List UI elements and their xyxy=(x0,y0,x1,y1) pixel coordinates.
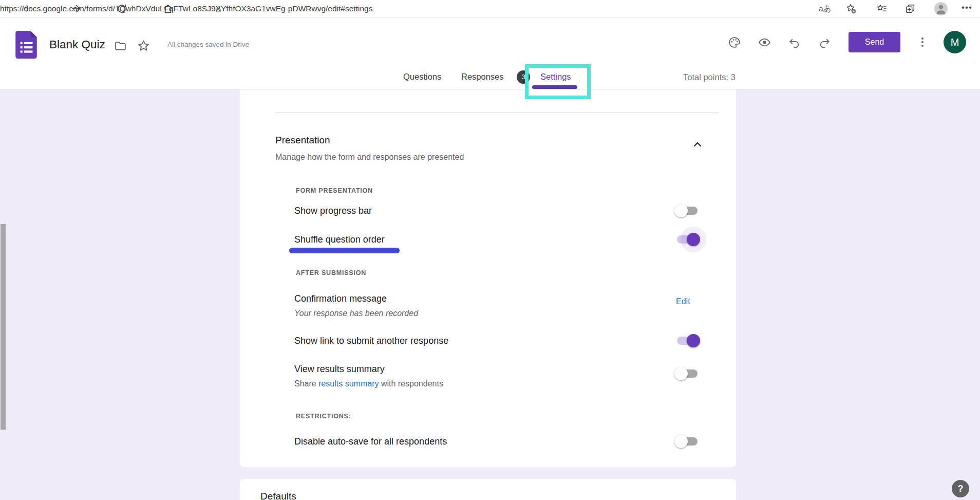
toggle-knob xyxy=(674,435,688,448)
share-suffix: with respondents xyxy=(379,379,443,388)
tab-questions[interactable]: Questions xyxy=(403,72,441,82)
collapse-chevron-up-icon[interactable] xyxy=(691,138,704,151)
annotation-underline xyxy=(289,248,400,253)
tab-responses[interactable]: Responses xyxy=(461,72,504,82)
favorites-bar-icon[interactable] xyxy=(876,3,888,14)
disable-autosave-label: Disable auto-save for all respondents xyxy=(294,436,447,447)
translate-icon[interactable]: aあ xyxy=(819,4,831,14)
edit-confirmation-link[interactable]: Edit xyxy=(676,297,690,306)
forms-header: Blank Quiz All changes saved in Drive Se… xyxy=(0,17,980,61)
presentation-title: Presentation xyxy=(275,134,330,147)
account-avatar[interactable]: M xyxy=(944,31,966,53)
presentation-subtitle: Manage how the form and responses are pr… xyxy=(275,152,464,162)
confirmation-message-value: Your response has been recorded xyxy=(294,308,418,319)
toggle-knob xyxy=(674,367,688,380)
section-divider xyxy=(275,112,718,113)
google-forms-logo-icon[interactable] xyxy=(15,31,37,59)
customize-theme-palette-icon[interactable] xyxy=(728,36,741,49)
address-bar[interactable]: https://docs.google.com/forms/d/1QwhDxVd… xyxy=(0,4,372,13)
results-summary-link[interactable]: results summary xyxy=(318,379,379,388)
view-results-summary-toggle[interactable] xyxy=(675,368,699,379)
shuffle-question-order-toggle[interactable] xyxy=(675,234,699,245)
form-presentation-heading: FORM PRESENTATION xyxy=(296,187,373,194)
defaults-title: Defaults xyxy=(260,490,296,500)
tab-bar: Questions Responses 3 Settings Total poi… xyxy=(0,61,980,89)
help-button[interactable]: ? xyxy=(952,480,969,497)
confirmation-message-label: Confirmation message xyxy=(294,293,387,304)
presentation-card: Presentation Manage how the form and res… xyxy=(240,89,736,467)
preview-eye-icon[interactable] xyxy=(758,36,771,49)
add-favorite-icon[interactable] xyxy=(845,3,857,14)
collections-icon[interactable] xyxy=(904,3,916,14)
toggle-knob xyxy=(674,204,688,217)
disable-autosave-toggle[interactable] xyxy=(675,436,699,447)
redo-icon[interactable] xyxy=(818,36,831,49)
show-progress-bar-toggle[interactable] xyxy=(675,206,699,216)
restrictions-heading: RESTRICTIONS: xyxy=(296,413,351,420)
tab-settings[interactable]: Settings xyxy=(540,72,571,82)
active-tab-indicator xyxy=(532,85,577,89)
share-prefix: Share xyxy=(294,379,318,388)
screen: https://docs.google.com/forms/d/1QwhDxVd… xyxy=(0,0,980,500)
document-title[interactable]: Blank Quiz xyxy=(49,38,105,51)
move-folder-icon[interactable] xyxy=(114,40,127,52)
show-link-label: Show link to submit another response xyxy=(294,335,448,346)
toggle-knob xyxy=(687,233,700,246)
undo-icon[interactable] xyxy=(788,36,801,49)
responses-count-badge: 3 xyxy=(517,70,530,84)
person-icon xyxy=(934,2,948,15)
save-status[interactable]: All changes saved in Drive xyxy=(167,41,249,48)
browser-menu-icon[interactable]: ••• xyxy=(962,3,972,13)
toggle-knob xyxy=(687,334,700,347)
scrollbar-thumb[interactable] xyxy=(1,224,6,430)
show-link-toggle[interactable] xyxy=(675,336,699,346)
browser-profile-avatar[interactable] xyxy=(934,2,948,15)
send-button[interactable]: Send xyxy=(849,32,900,52)
share-results-line: Share results summary with respondents xyxy=(294,379,443,389)
shuffle-question-order-label: Shuffle question order xyxy=(294,234,385,245)
defaults-card: Defaults xyxy=(240,479,736,500)
star-icon[interactable] xyxy=(137,39,150,53)
after-submission-heading: AFTER SUBMISSION xyxy=(296,269,366,276)
settings-content: Presentation Manage how the form and res… xyxy=(0,89,980,500)
browser-toolbar: https://docs.google.com/forms/d/1QwhDxVd… xyxy=(0,0,980,17)
view-results-summary-label: View results summary xyxy=(294,363,385,375)
show-progress-bar-label: Show progress bar xyxy=(294,205,372,216)
total-points: Total points: 3 xyxy=(683,72,736,82)
more-options-kebab-icon[interactable] xyxy=(917,36,928,48)
